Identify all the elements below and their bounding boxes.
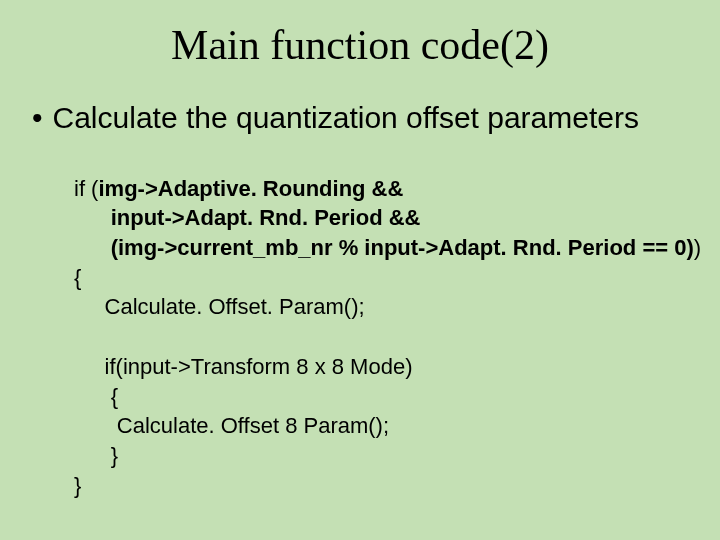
- cond-3: (img->current_mb_nr % input->Adapt. Rnd.…: [74, 235, 694, 260]
- cond-1: img->Adaptive. Rounding &&: [98, 176, 403, 201]
- code-line-4: {: [74, 265, 81, 290]
- code-line-9: }: [74, 443, 118, 468]
- code-line-1: if (img->Adaptive. Rounding &&: [74, 176, 403, 201]
- bullet-marker: •: [30, 100, 43, 136]
- code-line-10: }: [74, 473, 81, 498]
- slide-title: Main function code(2): [0, 22, 720, 68]
- slide: Main function code(2) • Calculate the qu…: [0, 0, 720, 540]
- slide-body: • Calculate the quantization offset para…: [30, 100, 690, 530]
- code-line-2: input->Adapt. Rnd. Period &&: [74, 205, 421, 230]
- code-blank: [74, 324, 80, 349]
- code-line-6: if(input->Transform 8 x 8 Mode): [74, 354, 412, 379]
- code-line-5: Calculate. Offset. Param();: [74, 294, 365, 319]
- close-paren: ): [694, 235, 701, 260]
- code-block: if (img->Adaptive. Rounding && input->Ad…: [74, 144, 690, 530]
- code-line-3: (img->current_mb_nr % input->Adapt. Rnd.…: [74, 235, 701, 260]
- bullet-item: • Calculate the quantization offset para…: [30, 100, 690, 136]
- bullet-text: Calculate the quantization offset parame…: [53, 100, 639, 136]
- if-keyword: if (: [74, 176, 98, 201]
- code-line-8: Calculate. Offset 8 Param();: [74, 413, 389, 438]
- code-line-7: {: [74, 384, 118, 409]
